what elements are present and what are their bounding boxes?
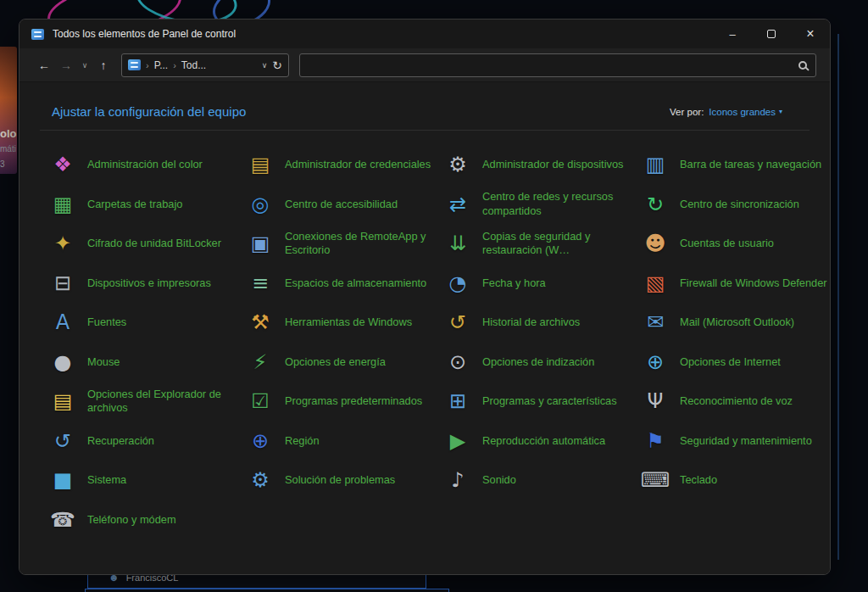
mail-icon: ✉ (641, 307, 670, 338)
chevron-down-icon[interactable]: ∨ (262, 61, 268, 70)
ease-of-access-icon: ◎ (246, 189, 275, 220)
background-window-row (85, 589, 449, 592)
control-panel-item-default-programs[interactable]: ☑ Programas predeterminados (246, 386, 443, 416)
control-panel-item-devices-printers[interactable]: ⊟ Dispositivos e impresoras (48, 268, 246, 299)
breadcrumb-separator: › (173, 60, 176, 70)
control-panel-item-sync-center[interactable]: ↻ Centro de sincronización (641, 189, 830, 220)
sound-icon: ♪ (443, 465, 472, 495)
item-label: Solución de problemas (285, 473, 395, 487)
breadcrumb-root[interactable]: P... (154, 59, 168, 71)
item-label: Administración del color (87, 158, 203, 171)
control-panel-item-device-manager[interactable]: ⚙ Administrador de dispositivos (443, 149, 641, 180)
control-panel-item-remoteapp-connections[interactable]: ▣ Conexiones de RemoteApp y Escritorio (246, 228, 443, 259)
control-panel-item-bitlocker-drive-encryption[interactable]: ✦ Cifrado de unidad BitLocker (48, 228, 246, 259)
header-divider (40, 130, 810, 131)
item-label: Conexiones de RemoteApp y Escritorio (285, 230, 435, 258)
control-panel-item-recovery[interactable]: ↺ Recuperación (48, 426, 246, 456)
taskbar-navigation-icon: ▥ (641, 149, 670, 180)
windows-defender-firewall-icon: ▧ (641, 268, 670, 299)
up-button[interactable]: ↑ (92, 54, 114, 76)
item-label: Cifrado de unidad BitLocker (87, 237, 221, 250)
background-text-fragment: máti (0, 144, 16, 154)
control-panel-item-credential-manager[interactable]: ▤ Administrador de credenciales (246, 149, 443, 180)
control-panel-item-taskbar-navigation[interactable]: ▥ Barra de tareas y navegación (641, 149, 830, 180)
forward-button[interactable]: → (55, 54, 77, 76)
control-panel-item-system[interactable]: ■ Sistema (48, 465, 246, 495)
item-label: Opciones de energía (285, 355, 386, 369)
background-text-fragment: olo (0, 127, 17, 140)
item-label: Administrador de credenciales (285, 158, 431, 171)
control-panel-item-sound[interactable]: ♪ Sonido (443, 465, 641, 495)
control-panel-item-storage-spaces[interactable]: ≡ Espacios de almacenamiento (246, 268, 443, 299)
control-panel-item-programs-features[interactable]: ⊞ Programas y características (443, 386, 641, 416)
item-label: Mail (Microsoft Outlook) (680, 316, 794, 329)
item-label: Reconocimiento de voz (680, 394, 793, 408)
search-input[interactable] (309, 59, 798, 71)
history-chevron-icon[interactable]: ∨ (77, 54, 92, 76)
control-panel-item-speech-recognition[interactable]: Ψ Reconocimiento de voz (641, 386, 830, 416)
control-panel-item-file-explorer-options[interactable]: ▤ Opciones del Explorador de archivos (48, 386, 246, 416)
speech-recognition-icon: Ψ (641, 386, 670, 416)
control-panel-item-windows-defender-firewall[interactable]: ▧ Firewall de Windows Defender (641, 268, 830, 299)
control-panel-item-region[interactable]: ⊕ Región (246, 426, 443, 456)
control-panel-icon (31, 29, 44, 40)
control-panel-item-mail[interactable]: ✉ Mail (Microsoft Outlook) (641, 307, 830, 338)
control-panel-item-user-accounts[interactable]: ☻ Cuentas de usuario (641, 228, 830, 259)
date-time-icon: ◔ (443, 268, 472, 299)
control-panel-item-troubleshooting[interactable]: ⚙ Solución de problemas (246, 465, 443, 495)
user-accounts-icon: ☻ (641, 228, 670, 259)
control-panel-item-security-maintenance[interactable]: ⚑ Seguridad y mantenimiento (641, 426, 830, 456)
address-bar[interactable]: › P... › Tod... ∨ ↻ (121, 53, 289, 77)
control-panel-item-backup-restore[interactable]: ⇊ Copias de seguridad y restauración (W… (443, 228, 641, 259)
item-label: Barra de tareas y navegación (680, 158, 821, 171)
item-label: Fecha y hora (482, 276, 546, 290)
control-panel-item-file-history[interactable]: ↺ Historial de archivos (443, 307, 641, 338)
item-label: Copias de seguridad y restauración (W… (482, 230, 632, 258)
background-window-edge (837, 34, 839, 560)
desktop-wallpaper-fragment (0, 47, 17, 174)
refresh-button[interactable]: ↻ (272, 59, 282, 72)
back-button[interactable]: ← (33, 54, 55, 76)
view-by-dropdown[interactable]: Iconos grandes ▾ (709, 107, 782, 117)
control-panel-item-phone-modem[interactable]: ☎ Teléfono y módem (48, 505, 246, 535)
control-panel-item-color-management[interactable]: ❖ Administración del color (48, 149, 246, 180)
mouse-icon: ● (48, 347, 77, 377)
page-title: Ajustar la configuración del equipo (52, 104, 246, 119)
device-manager-icon: ⚙ (443, 149, 472, 180)
item-label: Recuperación (87, 434, 154, 448)
item-label: Opciones de Internet (680, 355, 781, 369)
control-panel-item-windows-tools[interactable]: ⚒ Herramientas de Windows (246, 307, 443, 338)
content-header: Ajustar la configuración del equipo Ver … (36, 104, 815, 119)
control-panel-item-work-folders[interactable]: ▦ Carpetas de trabajo (48, 189, 246, 220)
search-box[interactable] (299, 53, 816, 77)
maximize-button[interactable] (752, 20, 791, 48)
color-management-icon: ❖ (48, 149, 77, 180)
control-panel-item-indexing-options[interactable]: ⊙ Opciones de indización (443, 347, 641, 377)
control-panel-item-network-sharing-center[interactable]: ⇄ Centro de redes y recursos compartidos (443, 189, 641, 220)
item-label: Programas y características (482, 394, 617, 408)
control-panel-item-fonts[interactable]: A Fuentes (48, 307, 246, 338)
remoteapp-connections-icon: ▣ (246, 228, 275, 259)
storage-spaces-icon: ≡ (246, 268, 275, 299)
item-label: Herramientas de Windows (285, 316, 412, 329)
control-panel-item-keyboard[interactable]: ⌨ Teclado (641, 465, 830, 495)
control-panel-item-ease-of-access[interactable]: ◎ Centro de accesibilidad (246, 189, 443, 220)
control-panel-item-internet-options[interactable]: ⊕ Opciones de Internet (641, 347, 830, 377)
item-label: Dispositivos e impresoras (87, 276, 211, 290)
control-panel-item-autoplay[interactable]: ▶ Reproducción automática (443, 426, 641, 456)
item-label: Historial de archivos (482, 316, 580, 329)
item-label: Centro de redes y recursos compartidos (482, 190, 632, 218)
close-button[interactable]: × (791, 20, 830, 48)
item-label: Teclado (680, 473, 717, 487)
chevron-down-icon: ▾ (779, 108, 782, 115)
minimize-button[interactable]: – (713, 20, 752, 48)
view-by-label: Ver por: (670, 107, 704, 117)
item-label: Opciones del Explorador de archivos (87, 388, 237, 416)
control-panel-item-mouse[interactable]: ● Mouse (48, 347, 246, 377)
search-icon[interactable] (798, 61, 807, 70)
title-bar[interactable]: Todos los elementos de Panel de control … (19, 20, 830, 48)
breadcrumb-current[interactable]: Tod... (181, 59, 206, 71)
control-panel-item-date-time[interactable]: ◔ Fecha y hora (443, 268, 641, 299)
control-panel-item-power-options[interactable]: ⚡ Opciones de energía (246, 347, 443, 377)
breadcrumb-separator: › (146, 60, 149, 70)
